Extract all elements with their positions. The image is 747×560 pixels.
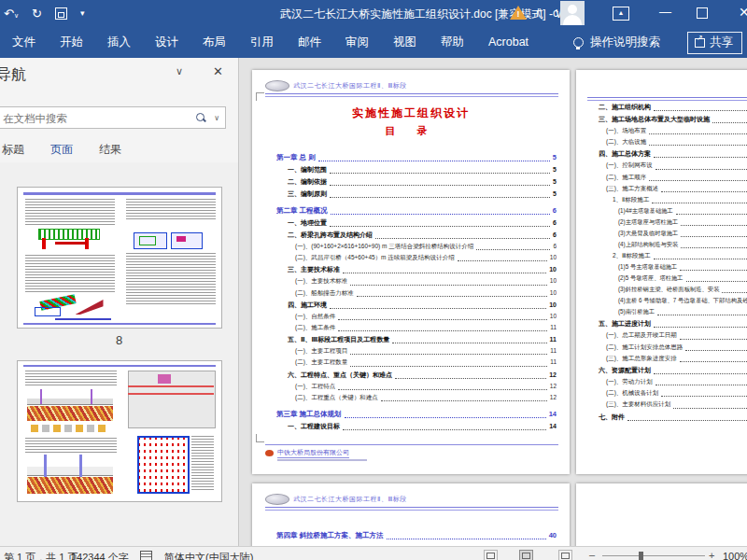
- print-layout-button[interactable]: [519, 550, 533, 560]
- toc-entry[interactable]: (3)大悬臂及临时墩施工: [587, 228, 747, 239]
- search-icon[interactable]: [196, 113, 204, 121]
- ribbon-tab-row: 文件开始插入设计布局引用邮件审阅视图帮助Acrobat 操作说明搜索 共享: [0, 26, 747, 58]
- toc-entry[interactable]: (一)、控制网布设: [587, 160, 747, 171]
- ribbon-tab[interactable]: 开始: [48, 26, 95, 58]
- toc-entry[interactable]: (二)、机械设备计划: [587, 387, 747, 399]
- user-avatar[interactable]: [560, 1, 585, 25]
- toc-entry[interactable]: (三)、施工方案概述: [587, 183, 747, 194]
- toc-entry[interactable]: (4)上部结构制造与安装: [587, 239, 747, 250]
- toc-entry[interactable]: (一)、主要工程项目 11: [276, 345, 557, 357]
- toc-entry[interactable]: 三、施工场地总体布置及大型临时设施: [587, 113, 747, 125]
- toc-entry[interactable]: (三)、施工总形象进度安排: [587, 353, 747, 364]
- ribbon-tab[interactable]: 审阅: [333, 26, 381, 58]
- proofing-icon[interactable]: [140, 551, 152, 560]
- toc-entry[interactable]: (二)、主要工程数量 11: [276, 357, 557, 368]
- redo-icon[interactable]: ↻: [32, 7, 42, 20]
- page-indicator[interactable]: 第 1 页，共 1 页: [4, 551, 78, 560]
- share-button[interactable]: 共享: [687, 32, 742, 54]
- account-name[interactable]: n c: [536, 7, 562, 20]
- toc-entry[interactable]: 六、工程特点、重点（关键）和难点 12: [276, 369, 557, 381]
- toc-entry[interactable]: (5)南引桥施工: [587, 306, 747, 317]
- toc-entry[interactable]: (一)、劳动力计划: [587, 376, 747, 387]
- toc-entry[interactable]: (二)、工程重点（关键）和难点 12: [276, 392, 557, 403]
- customize-qat-icon[interactable]: ▾: [80, 9, 84, 18]
- toc-entry[interactable]: 2、Ⅲ标段施工: [587, 250, 747, 261]
- toc-entry[interactable]: 1、Ⅱ标段施工: [587, 194, 747, 205]
- search-options-chevron-icon[interactable]: ∨: [214, 114, 219, 122]
- ribbon-tab[interactable]: 帮助: [429, 26, 476, 58]
- document-canvas[interactable]: 武汉二七长江大桥国际工程Ⅱ、Ⅲ标段 实施性施工组织设计 目 录 第一章 总 则 …: [240, 58, 747, 547]
- ribbon-tab[interactable]: 插入: [95, 26, 143, 58]
- toc-entry[interactable]: 三、主要技术标准 10: [276, 263, 557, 275]
- undo-icon[interactable]: ↶∨: [4, 7, 19, 20]
- toc-entry[interactable]: (二)、施工计划安排总体思路: [587, 342, 747, 353]
- toc-entry[interactable]: (4)主桥 6 号辅助墩、7 号边墩基础、下部结构及砼压重箱形: [587, 295, 747, 306]
- document-page[interactable]: 武汉二七长江大桥国际工程Ⅱ、Ⅲ标段 第四章 斜拉桥施工方案、施工方法 40: [252, 483, 570, 547]
- toc-entry[interactable]: (二)、武昌岸引桥（45+60+45）m 连续箱梁及结构设计介绍 10: [276, 252, 557, 263]
- ribbon-tab[interactable]: 邮件: [286, 26, 333, 58]
- maximize-button[interactable]: [697, 7, 708, 19]
- web-layout-button[interactable]: [558, 550, 572, 560]
- toc-entry[interactable]: 第一章 总 则 5: [276, 151, 557, 163]
- toc-entry[interactable]: 一、编制范围 5: [276, 163, 557, 175]
- toc-entry[interactable]: (一)、自然条件 10: [276, 311, 557, 322]
- toc-entry[interactable]: 一、地理位置 6: [276, 217, 557, 229]
- ribbon-tab[interactable]: 布局: [190, 26, 238, 58]
- close-button[interactable]: ✕: [739, 5, 747, 20]
- zoom-in-button[interactable]: +: [709, 550, 714, 560]
- toc-entry[interactable]: (3)斜拉桥钢主梁、砼桥面板制造、安装: [587, 284, 747, 295]
- document-page[interactable]: 二、施工组织机构 三、施工场地总体布置及大型临时设施 (一)、场地布置: [576, 70, 747, 474]
- toc-entry[interactable]: 六、资源配置计划: [587, 364, 747, 376]
- toc-entry[interactable]: (一)、(90+160+2×616+160+90) m 三塔结合梁斜拉桥结构设计…: [276, 241, 557, 252]
- toc-entry[interactable]: 七、附件: [587, 411, 747, 423]
- read-mode-button[interactable]: [484, 550, 498, 560]
- word-count[interactable]: 142344 个字: [71, 551, 129, 560]
- ribbon-tab[interactable]: 引用: [238, 26, 286, 58]
- zoom-percentage[interactable]: 100%: [723, 551, 747, 560]
- toc-entry[interactable]: 三、编制原则 5: [276, 188, 557, 200]
- minimize-button[interactable]: —: [659, 5, 671, 19]
- toc-entry[interactable]: (2)主塔墩座与塔柱施工: [587, 217, 747, 228]
- ribbon-tab[interactable]: 视图: [381, 26, 429, 58]
- toc-entry[interactable]: 第四章 斜拉桥施工方案、施工方法 40: [276, 529, 557, 541]
- toc-entry[interactable]: 二、桥梁孔跨布置及结构介绍 6: [276, 229, 557, 241]
- navigation-close-icon[interactable]: ✕: [213, 64, 223, 78]
- toc-entry[interactable]: (2)5 号墩塔座、塔柱施工: [587, 273, 747, 284]
- toc-entry[interactable]: 四、施工环境 10: [276, 299, 557, 311]
- zoom-out-button[interactable]: –: [589, 549, 595, 560]
- toc-entry[interactable]: (二)、船舶撞击力标准 10: [276, 287, 557, 299]
- tell-me-search[interactable]: 操作说明搜索: [573, 26, 660, 58]
- toc-entry[interactable]: (二)、施工条件 11: [276, 322, 557, 333]
- ribbon-tab[interactable]: 设计: [143, 26, 190, 58]
- ribbon-tab[interactable]: Acrobat: [476, 26, 541, 58]
- toc-entry[interactable]: 二、施工组织机构: [587, 101, 747, 113]
- toc-entry[interactable]: (1)5 号主塔墩基础施工: [587, 261, 747, 273]
- toc-entry[interactable]: (三)、主要材料供应计划: [587, 399, 747, 410]
- chevron-down-icon[interactable]: ∨: [176, 65, 183, 77]
- toc-entry[interactable]: (二)、施工顺序: [587, 172, 747, 183]
- toc-entry[interactable]: 四、施工总体方案: [587, 147, 747, 160]
- search-input[interactable]: 在文档中搜索 ∨: [0, 106, 226, 129]
- zoom-slider[interactable]: [602, 555, 705, 556]
- toc-entry[interactable]: 第三章 施工总体规划 14: [276, 408, 557, 420]
- toc-entry[interactable]: 五、Ⅱ、Ⅲ标段工程项目及工程数量 11: [276, 333, 557, 345]
- toc-entry[interactable]: 五、施工进度计划: [587, 317, 747, 329]
- page-thumbnail[interactable]: [17, 360, 222, 502]
- toc-entry[interactable]: 二、编制依据 5: [276, 175, 557, 188]
- save-icon[interactable]: [55, 7, 67, 20]
- page-thumbnail[interactable]: [17, 187, 222, 329]
- toc-entry[interactable]: 第二章 工程概况 6: [276, 204, 557, 217]
- toc-entry[interactable]: 一、工程建设目标 14: [276, 420, 557, 432]
- toc-entry[interactable]: (一)、主要技术标准 10: [276, 275, 557, 287]
- document-page[interactable]: 武汉二七长江大桥国际工程Ⅱ、Ⅲ标段 实施性施工组织设计 目 录 第一章 总 则 …: [252, 70, 570, 474]
- zoom-slider-thumb[interactable]: [639, 552, 643, 560]
- document-page[interactable]: [576, 483, 747, 547]
- toc-entry[interactable]: (一)、总工期及开竣工日期: [587, 329, 747, 341]
- toc-entry[interactable]: (一)、工程特点 12: [276, 381, 557, 392]
- toc-entry[interactable]: (1)4#主塔墩基础施工: [587, 205, 747, 217]
- toc-entry[interactable]: (一)、场地布置: [587, 125, 747, 136]
- ribbon-tab[interactable]: 文件: [0, 26, 48, 58]
- language-indicator[interactable]: 简体中文(中国大陆): [164, 551, 253, 560]
- ribbon-display-options-icon[interactable]: ▲: [613, 7, 629, 21]
- toc-entry[interactable]: (二)、大临设施: [587, 136, 747, 147]
